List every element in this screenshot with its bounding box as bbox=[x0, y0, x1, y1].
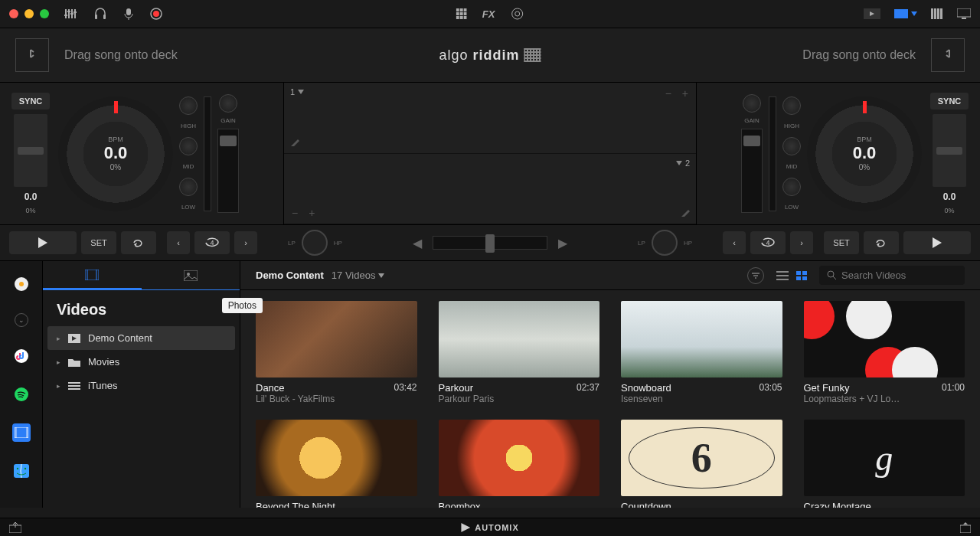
svg-rect-10 bbox=[126, 8, 131, 15]
deck-1-play-button[interactable] bbox=[9, 231, 77, 254]
expand-browser-icon[interactable] bbox=[960, 522, 971, 533]
deck-1-low-knob[interactable] bbox=[179, 178, 198, 196]
xfade-cut-right-icon[interactable]: ▶ bbox=[558, 236, 567, 250]
display-icon[interactable] bbox=[957, 8, 971, 19]
grid-icon[interactable] bbox=[456, 8, 467, 19]
content-count[interactable]: 17 Videos bbox=[332, 270, 385, 281]
video-card[interactable]: SnowboardIsenseven03:05 bbox=[621, 301, 782, 404]
content-pane: Demo Content 17 Videos Search Videos Dan… bbox=[240, 261, 980, 508]
minimize-icon[interactable] bbox=[24, 9, 34, 18]
fx-label[interactable]: FX bbox=[482, 8, 495, 20]
close-icon[interactable] bbox=[9, 9, 18, 18]
deck-1-cue-set-button[interactable]: SET bbox=[81, 231, 116, 254]
deck-1-mid-knob[interactable] bbox=[179, 137, 198, 155]
zoom-in-icon[interactable]: + bbox=[682, 87, 688, 100]
waveform-track-2[interactable]: 2 −+ bbox=[284, 154, 696, 225]
deck-2-gain-knob[interactable] bbox=[743, 94, 761, 113]
video-card[interactable]: Boombox bbox=[439, 420, 600, 508]
nav-item-movies[interactable]: ▸Movies bbox=[47, 350, 235, 374]
deck-1-cue-jump-button[interactable] bbox=[121, 231, 156, 254]
video-title: Parkour bbox=[439, 382, 495, 394]
deck-2-pitch-slider[interactable] bbox=[933, 114, 966, 187]
zoom-in-icon[interactable]: + bbox=[309, 207, 315, 219]
deck-2-load-slot[interactable] bbox=[931, 38, 965, 72]
deck-1-sync-button[interactable]: SYNC bbox=[11, 93, 51, 109]
source-music-icon[interactable] bbox=[12, 347, 31, 365]
deck-1-loop-button[interactable]: 4 bbox=[194, 231, 230, 254]
deck-2-low-knob[interactable] bbox=[782, 178, 801, 196]
deck-2-play-button[interactable] bbox=[903, 231, 971, 254]
expand-sources-icon[interactable]: ⌄ bbox=[15, 313, 28, 327]
video-card[interactable]: Countdown bbox=[621, 420, 782, 508]
source-videos-icon[interactable] bbox=[12, 423, 31, 442]
tab-photos[interactable] bbox=[142, 261, 240, 289]
deck-2-high-knob[interactable] bbox=[782, 96, 801, 115]
video-card[interactable]: ParkourParkour Paris02:37 bbox=[439, 301, 600, 404]
edit-icon[interactable] bbox=[681, 208, 690, 217]
deck-1-pitch-slider[interactable] bbox=[14, 114, 47, 187]
deck-2-pitch-bpm: 0.0 bbox=[943, 191, 956, 202]
crossfader[interactable] bbox=[433, 236, 547, 250]
nav-item-itunes[interactable]: ▸iTunes bbox=[47, 374, 235, 397]
video-card[interactable]: Beyond The Night bbox=[256, 420, 417, 508]
deck-2-eq: HIGH MID LOW bbox=[782, 96, 801, 211]
source-finder-icon[interactable] bbox=[12, 462, 31, 480]
automix-button[interactable]: AUTOMIX bbox=[461, 523, 519, 532]
deck-1-high-knob[interactable] bbox=[179, 96, 198, 115]
search-input[interactable]: Search Videos bbox=[819, 266, 965, 285]
video-card[interactable]: Get FunkyLoopmasters + VJ Lo…01:00 bbox=[804, 301, 965, 404]
deck-1-load-slot[interactable] bbox=[15, 38, 49, 72]
deck-2-volume-fader[interactable] bbox=[741, 129, 763, 213]
svg-point-43 bbox=[19, 282, 24, 286]
svg-rect-31 bbox=[940, 8, 942, 19]
svg-rect-20 bbox=[456, 16, 459, 19]
svg-rect-3 bbox=[74, 9, 76, 18]
deck-2-loop-double-button[interactable]: › bbox=[790, 231, 813, 254]
source-spotify-icon[interactable] bbox=[12, 385, 31, 404]
filter-icon[interactable] bbox=[747, 267, 764, 284]
deck-1-gain-knob[interactable] bbox=[219, 94, 237, 113]
deck-2-cue-jump-button[interactable] bbox=[864, 231, 899, 254]
deck-1-pitch-bpm: 0.0 bbox=[24, 191, 38, 202]
zoom-icon[interactable] bbox=[40, 9, 49, 18]
grid-view-icon[interactable] bbox=[796, 271, 807, 280]
xfade-cut-left-icon[interactable]: ◀ bbox=[413, 236, 422, 250]
deck-1-jogwheel[interactable]: BPM 0.0 0% bbox=[58, 96, 173, 211]
list-view-icon[interactable] bbox=[776, 271, 789, 280]
deck-1-loop-half-button[interactable]: ‹ bbox=[167, 231, 190, 254]
deck-1-loop-double-button[interactable]: › bbox=[234, 231, 257, 254]
video-thumbnail bbox=[804, 420, 965, 496]
export-icon[interactable] bbox=[9, 522, 21, 533]
waveform-track-1[interactable]: 1 −+ bbox=[284, 83, 696, 154]
svg-rect-6 bbox=[70, 13, 74, 15]
edit-icon[interactable] bbox=[290, 138, 299, 147]
source-djay-icon[interactable] bbox=[12, 275, 31, 293]
microphone-icon[interactable] bbox=[124, 8, 133, 20]
list-icon bbox=[68, 381, 80, 391]
record-icon[interactable] bbox=[150, 8, 162, 20]
tab-videos[interactable] bbox=[43, 261, 142, 289]
svg-rect-8 bbox=[95, 15, 97, 19]
deck-2-pitch-pct: 0% bbox=[944, 207, 954, 214]
four-deck-icon[interactable] bbox=[931, 8, 943, 19]
mixer-icon[interactable] bbox=[64, 8, 77, 19]
deck-2-jogwheel[interactable]: BPM 0.0 0% bbox=[807, 96, 922, 211]
zoom-out-icon[interactable]: − bbox=[292, 207, 298, 219]
layout-picker[interactable] bbox=[894, 9, 917, 18]
nav-item-demo-content[interactable]: ▸Demo Content bbox=[47, 326, 235, 350]
deck-2-loop-half-button[interactable]: ‹ bbox=[723, 231, 746, 254]
deck-1-volume-fader[interactable] bbox=[217, 129, 239, 213]
headphones-icon[interactable] bbox=[93, 8, 107, 20]
zoom-out-icon[interactable]: − bbox=[665, 87, 671, 100]
deck-2-mid-knob[interactable] bbox=[782, 137, 801, 155]
video-card[interactable]: DanceLil' Buck - YakFilms03:42 bbox=[256, 301, 417, 404]
video-card[interactable]: Crazy Montage bbox=[804, 420, 965, 508]
deck-2-loop-button[interactable]: 4 bbox=[750, 231, 786, 254]
svg-rect-71 bbox=[796, 276, 801, 280]
deck-1-filter-knob[interactable] bbox=[302, 230, 328, 256]
deck-2-filter-knob[interactable] bbox=[652, 230, 678, 256]
looper-icon[interactable] bbox=[510, 8, 524, 20]
video-preview-icon[interactable] bbox=[864, 8, 880, 19]
deck-2-sync-button[interactable]: SYNC bbox=[930, 93, 969, 109]
deck-2-cue-set-button[interactable]: SET bbox=[824, 231, 859, 254]
